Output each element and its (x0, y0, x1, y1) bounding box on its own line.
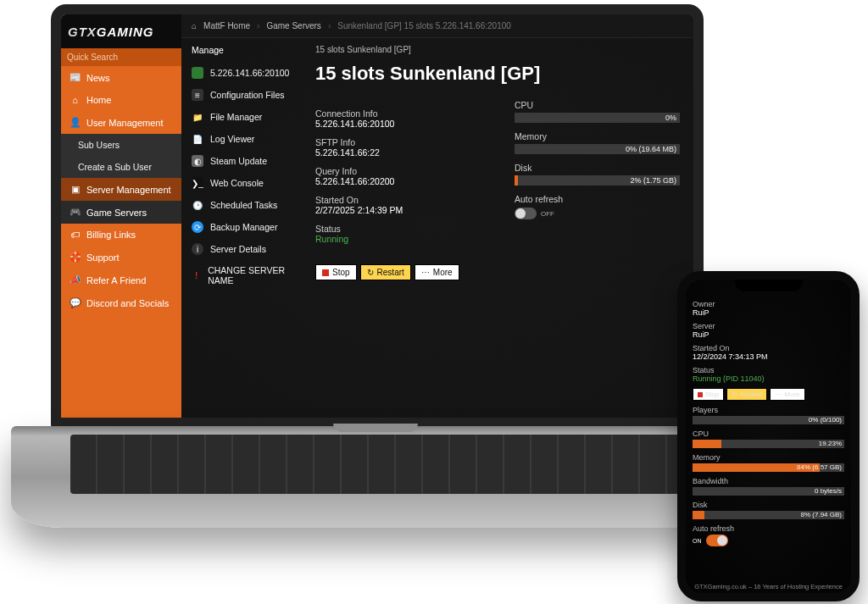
sidebar-item-news[interactable]: 📰News (61, 66, 181, 89)
started-on-value: 2/27/2025 2:14:39 PM (315, 205, 481, 215)
folder-icon: 📁 (192, 111, 203, 123)
newspaper-icon: 📰 (70, 72, 81, 83)
phone-stop-button[interactable]: Stop (693, 388, 724, 401)
manage-steam-update[interactable]: ◐Steam Update (181, 150, 302, 172)
sidebar-nav: 📰News ⌂Home 👤User Management Sub Users C… (61, 66, 181, 418)
sliders-icon: ≡ (192, 89, 203, 101)
cpu-label: CPU (515, 100, 680, 110)
sidebar-item-home[interactable]: ⌂Home (61, 89, 181, 111)
bar-fill (693, 511, 704, 519)
button-label: Stop (332, 268, 350, 277)
lifebuoy-icon: 🛟 (70, 252, 81, 263)
sidebar-item-label: News (86, 73, 110, 83)
restart-button[interactable]: ↻Restart (360, 264, 411, 280)
disk-bar-fill (515, 175, 518, 186)
phone-action-buttons: Stop ↻Restart ⋯More (693, 388, 844, 401)
manage-server-ip[interactable]: 5.226.141.66:20100 (181, 62, 302, 84)
bar-text: 84% (6.57 GB) (797, 463, 842, 472)
phone-more-button[interactable]: ⋯More (770, 388, 804, 401)
phone-status-value: Running (PID 11040) (693, 374, 844, 383)
button-label: More (784, 391, 799, 398)
phone-status-label: Status (693, 366, 844, 374)
manage-config-files[interactable]: ≡Configuration Files (181, 84, 302, 106)
phone-disk-label: Disk (693, 501, 844, 509)
phone-bandwidth-label: Bandwidth (693, 477, 844, 485)
ellipsis-icon: ⋯ (421, 268, 430, 277)
user-icon: 👤 (70, 117, 81, 128)
button-label: More (433, 268, 453, 277)
phone-mockup: Owner RuiP Server RuiP Started On 12/2/2… (677, 271, 860, 601)
quick-search[interactable] (61, 48, 181, 66)
crumb-current: Sunkenland [GP] 15 slots 5.226.141.66:20… (337, 21, 511, 30)
laptop-hinge-notch (333, 424, 418, 432)
manage-backup-manager[interactable]: ⟳Backup Manager (181, 216, 302, 238)
info-col-right: CPU 0% Memory 0% (19.64 MB) Disk 2% (1.7… (515, 100, 680, 244)
sidebar-item-label: Support (86, 252, 120, 263)
memory-bar: 0% (19.64 MB) (515, 144, 680, 154)
phone-footer: GTXGaming.co.uk – 16 Years of Hosting Ex… (686, 583, 851, 590)
phone-server-value: RuiP (693, 330, 844, 339)
phone-auto-refresh-label: Auto refresh (693, 524, 844, 533)
started-on-label: Started On (315, 195, 481, 205)
manage-log-viewer[interactable]: 📄Log Viewer (181, 128, 302, 150)
more-button[interactable]: ⋯More (415, 264, 459, 280)
phone-restart-button[interactable]: ↻Restart (726, 388, 767, 401)
sidebar-item-discord[interactable]: 💬Discord and Socials (61, 291, 181, 314)
crumb-home[interactable]: MattF Home (203, 21, 250, 30)
phone-owner-value: RuiP (693, 308, 844, 317)
phone-memory-bar: 84% (6.57 GB) (693, 463, 844, 472)
manage-server-details[interactable]: iServer Details (181, 238, 302, 260)
ellipsis-icon: ⋯ (775, 391, 782, 398)
status-dot-icon (192, 67, 203, 79)
sidebar-item-support[interactable]: 🛟Support (61, 246, 181, 269)
manage-file-manager[interactable]: 📁File Manager (181, 106, 302, 128)
chevron-right-icon: › (257, 21, 259, 30)
disk-bar: 2% (1.75 GB) (515, 175, 680, 186)
toggle-switch-icon (706, 535, 728, 546)
content-header-row: 15 slots Sunkenland [GP] (315, 45, 680, 54)
manage-label: CHANGE SERVER NAME (208, 265, 292, 285)
memory-bar-text: 0% (19.64 MB) (626, 144, 676, 154)
phone-server-label: Server (693, 322, 844, 330)
clock-icon: 🕑 (192, 199, 203, 211)
info-icon: i (192, 243, 203, 255)
auto-refresh-toggle[interactable]: OFF (515, 208, 554, 219)
manage-scheduled-tasks[interactable]: 🕑Scheduled Tasks (181, 194, 302, 216)
query-info-label: Query Info (315, 166, 481, 176)
manage-web-console[interactable]: ❯_Web Console (181, 172, 302, 194)
sidebar: GTXGAMING 📰News ⌂Home 👤User Management S… (61, 14, 181, 418)
phone-owner-label: Owner (693, 300, 844, 308)
auto-refresh-label: Auto refresh (515, 194, 680, 204)
sidebar-item-game-servers[interactable]: 🎮Game Servers (61, 201, 181, 224)
phone-auto-refresh-toggle[interactable]: ON (693, 535, 728, 546)
manage-change-name[interactable]: !CHANGE SERVER NAME (181, 260, 302, 291)
sidebar-item-sub-users[interactable]: Sub Users (61, 134, 181, 156)
gamepad-icon: 🎮 (70, 207, 81, 218)
server-summary: 15 slots Sunkenland [GP] (315, 45, 411, 54)
search-input[interactable] (61, 48, 181, 66)
phone-body: Owner RuiP Server RuiP Started On 12/2/2… (677, 271, 860, 601)
megaphone-icon: 📣 (70, 274, 81, 285)
sidebar-item-billing[interactable]: 🏷Billing Links (61, 224, 181, 246)
tag-icon: 🏷 (70, 230, 81, 240)
sidebar-item-create-sub-user[interactable]: Create a Sub User (61, 156, 181, 178)
sidebar-item-user-management[interactable]: 👤User Management (61, 111, 181, 134)
sidebar-item-label: Server Management (86, 185, 171, 195)
stop-icon (698, 392, 703, 397)
disk-bar-text: 2% (1.75 GB) (630, 175, 676, 186)
sidebar-item-server-management[interactable]: ▣Server Management (61, 178, 181, 201)
stop-button[interactable]: Stop (315, 264, 357, 280)
phone-cpu-bar: 19.23% (693, 440, 844, 448)
sidebar-item-refer[interactable]: 📣Refer A Friend (61, 269, 181, 291)
status-label: Status (315, 224, 481, 234)
sidebar-item-label: Sub Users (78, 140, 120, 150)
home-icon: ⌂ (192, 21, 197, 30)
crumb-game-servers[interactable]: Game Servers (266, 21, 320, 30)
phone-started-value: 12/2/2024 7:34:13 PM (693, 352, 844, 361)
laptop-screen: GTXGAMING 📰News ⌂Home 👤User Management S… (51, 4, 704, 428)
manage-label: Steam Update (210, 156, 267, 166)
bar-text: 8% (7.94 GB) (801, 511, 842, 519)
toggle-state: ON (693, 538, 702, 544)
bar-text: 19.23% (819, 440, 842, 448)
bar-text: 0 bytes/s (815, 487, 842, 496)
